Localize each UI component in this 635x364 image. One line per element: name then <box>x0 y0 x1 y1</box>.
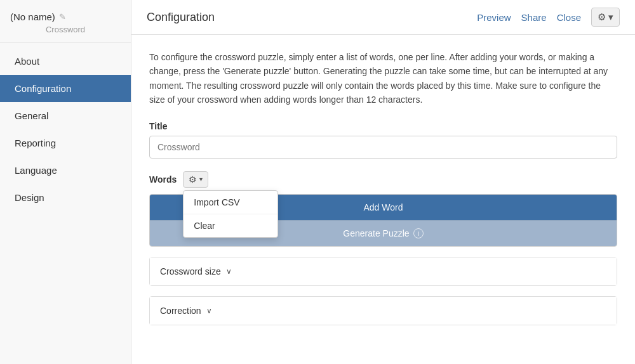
topbar: Configuration Preview Share Close ⚙ ▾ <box>131 0 635 35</box>
generate-info-icon: i <box>413 228 424 238</box>
crossword-size-section: Crossword size ∨ <box>149 257 617 286</box>
words-caret-icon: ▾ <box>199 176 203 183</box>
crossword-size-chevron: ∨ <box>226 267 232 276</box>
content-area: To configure the crossword puzzle, simpl… <box>131 35 635 364</box>
sidebar-header: (No name) ✎ Crossword <box>0 0 131 42</box>
crossword-size-label: Crossword size <box>160 266 221 276</box>
generate-puzzle-label: Generate Puzzle <box>343 228 409 238</box>
crossword-size-header[interactable]: Crossword size ∨ <box>150 257 617 285</box>
topbar-actions: Preview Share Close ⚙ ▾ <box>477 8 620 27</box>
words-label: Words <box>149 174 177 185</box>
correction-section: Correction ∨ <box>149 296 617 325</box>
words-header: Words ⚙ ▾ Import CSV Clear <box>149 171 617 188</box>
words-controls: ⚙ ▾ Import CSV Clear <box>183 171 208 188</box>
share-link[interactable]: Share <box>521 12 547 23</box>
topbar-settings-button[interactable]: ⚙ ▾ <box>591 8 620 27</box>
correction-header[interactable]: Correction ∨ <box>150 297 617 325</box>
sidebar-item-design[interactable]: Design <box>0 184 131 211</box>
sidebar-item-general[interactable]: General <box>0 102 131 129</box>
sidebar-item-configuration[interactable]: Configuration <box>0 75 131 102</box>
sidebar-item-about[interactable]: About <box>0 48 131 75</box>
words-dropdown-menu: Import CSV Clear <box>183 190 278 238</box>
words-gear-icon: ⚙ <box>189 174 197 185</box>
sidebar-item-reporting[interactable]: Reporting <box>0 129 131 157</box>
sidebar-item-language[interactable]: Language <box>0 157 131 184</box>
words-gear-button[interactable]: ⚙ ▾ <box>183 171 208 188</box>
preview-link[interactable]: Preview <box>477 12 511 23</box>
correction-chevron: ∨ <box>206 306 212 315</box>
edit-name-icon[interactable]: ✎ <box>59 12 66 22</box>
topbar-gear-icon: ⚙ <box>598 11 606 23</box>
dropdown-item-import-csv[interactable]: Import CSV <box>184 191 277 214</box>
description-text: To configure the crossword puzzle, simpl… <box>149 50 617 107</box>
correction-label: Correction <box>160 306 201 316</box>
sidebar: (No name) ✎ Crossword About Configuratio… <box>0 0 131 364</box>
title-label: Title <box>149 121 617 131</box>
title-input[interactable] <box>149 136 617 159</box>
dropdown-item-clear[interactable]: Clear <box>184 214 277 237</box>
sidebar-app-name: (No name) ✎ <box>10 11 121 22</box>
sidebar-nav: About Configuration General Reporting La… <box>0 42 131 364</box>
page-title: Configuration <box>147 11 215 24</box>
app-subtitle: Crossword <box>10 25 121 34</box>
words-section: Words ⚙ ▾ Import CSV Clear <box>149 171 617 247</box>
app-name-text: (No name) <box>10 11 55 22</box>
topbar-caret-icon: ▾ <box>608 11 613 23</box>
main-area: Configuration Preview Share Close ⚙ ▾ To… <box>131 0 635 364</box>
close-link[interactable]: Close <box>557 12 581 23</box>
